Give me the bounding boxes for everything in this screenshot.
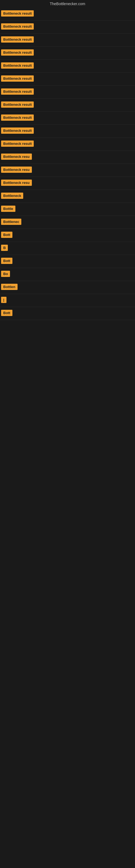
bottleneck-badge[interactable]: Bottleneck resu <box>1 180 32 186</box>
result-row: Bo <box>0 268 135 281</box>
result-row: Bottleneck result <box>0 86 135 99</box>
result-row: B <box>0 242 135 255</box>
bottleneck-badge[interactable]: B <box>1 245 8 251</box>
result-row: Bottleneck result <box>0 125 135 138</box>
bottleneck-badge[interactable]: Bottleneck result <box>1 23 34 30</box>
result-row: Bottleneck resu <box>0 151 135 164</box>
result-row: Bottleneck result <box>0 46 135 60</box>
bottleneck-badge[interactable]: Bottleneck result <box>1 62 34 69</box>
result-row: Bott <box>0 307 135 320</box>
bottleneck-badge[interactable]: Bott <box>1 310 12 316</box>
results-list: Bottleneck resultBottleneck resultBottle… <box>0 8 135 320</box>
bottleneck-badge[interactable]: Bottleneck result <box>1 101 34 108</box>
bottleneck-badge[interactable]: Bottleneck resu <box>1 166 32 173</box>
result-row: Bottlen <box>0 281 135 294</box>
bottleneck-badge[interactable]: Bottleneck <box>1 193 23 199</box>
result-row: Bottleneck result <box>0 34 135 46</box>
result-row: Bottleneck result <box>0 21 135 34</box>
result-row: Bottleneck result <box>0 60 135 73</box>
site-header: TheBottlenecker.com <box>0 0 135 8</box>
bottleneck-badge[interactable]: Bottleneck result <box>1 127 34 134</box>
bottleneck-badge[interactable]: Bottleneck result <box>1 50 34 56</box>
result-row: Bottleneck resu <box>0 164 135 177</box>
result-row: Bottle <box>0 203 135 216</box>
bottleneck-badge[interactable]: | <box>1 297 6 303</box>
result-row: Bottleneck result <box>0 138 135 151</box>
bottleneck-badge[interactable]: Bottlenec <box>1 219 21 225</box>
bottleneck-badge[interactable]: Bottleneck result <box>1 10 34 17</box>
result-row: Bottlenec <box>0 216 135 229</box>
bottleneck-badge[interactable]: Bottlen <box>1 284 17 290</box>
bottleneck-badge[interactable]: Bott <box>1 231 12 238</box>
result-row: Bottleneck resu <box>0 177 135 190</box>
bottleneck-badge[interactable]: Bottleneck result <box>1 88 34 95</box>
result-row: Bott <box>0 255 135 268</box>
bottleneck-badge[interactable]: Bottleneck result <box>1 75 34 82</box>
result-row: Bott <box>0 229 135 242</box>
site-title: TheBottlenecker.com <box>0 0 135 8</box>
result-row: Bottleneck result <box>0 112 135 125</box>
result-row: Bottleneck result <box>0 73 135 86</box>
bottleneck-badge[interactable]: Bottleneck result <box>1 115 34 121</box>
bottleneck-badge[interactable]: Bottleneck resu <box>1 154 32 160</box>
result-row: | <box>0 294 135 307</box>
bottleneck-badge[interactable]: Bottleneck result <box>1 36 34 42</box>
bottleneck-badge[interactable]: Bo <box>1 271 10 277</box>
result-row: Bottleneck <box>0 190 135 203</box>
result-row: Bottleneck result <box>0 99 135 112</box>
bottleneck-badge[interactable]: Bott <box>1 258 12 264</box>
bottleneck-badge[interactable]: Bottle <box>1 206 15 212</box>
bottleneck-badge[interactable]: Bottleneck result <box>1 141 34 147</box>
result-row: Bottleneck result <box>0 8 135 21</box>
